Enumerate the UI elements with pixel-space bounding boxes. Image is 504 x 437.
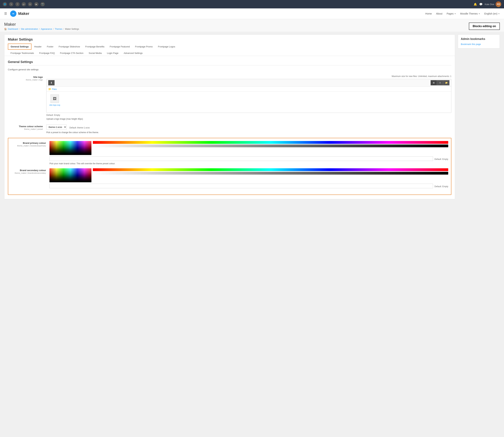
instagram-icon[interactable]: 📷 (40, 2, 45, 6)
notification-icon[interactable]: 🔔 (474, 3, 477, 6)
tab-frontpage-faq[interactable]: Frontpage FAQ (37, 50, 57, 56)
brand-secondary-sliders (93, 168, 448, 175)
tab-frontpage-testimonials[interactable]: Frontpage Testimonials (8, 50, 37, 56)
tabs-row-1: General Settings Header Footer Frontpage… (8, 44, 451, 50)
tab-login-page[interactable]: Login Page (104, 50, 121, 56)
brand-secondary-field-col: Default: Empty (49, 168, 448, 188)
file-upload-button[interactable]: ⬇ (48, 80, 55, 85)
tab-social-media[interactable]: Social Media (86, 50, 104, 56)
nav-link-about[interactable]: About (436, 12, 443, 15)
file-grid: 🖼 site-logo.svg (47, 92, 451, 113)
brand-primary-input-row: Default: Empty (49, 156, 448, 161)
breadcrumb-site-admin[interactable]: Site administration (21, 28, 38, 30)
social-bar-right: 🔔 💬 Kate Doe KD (474, 1, 501, 7)
brand-primary-gradient[interactable] (49, 141, 91, 155)
nav-link-language[interactable]: English (en) ▼ (484, 12, 500, 15)
tab-frontpage-slideshow[interactable]: Frontpage Slideshow (56, 44, 83, 50)
sidebar: Admin bookmarks Bookmark this page (458, 34, 500, 199)
nav-link-pages[interactable]: Pages ▼ (447, 12, 456, 15)
tab-general-settings[interactable]: General Settings (8, 44, 31, 50)
tab-frontpage-logos[interactable]: Frontpage Logos (155, 44, 178, 50)
hamburger-menu[interactable]: ☰ (4, 12, 7, 16)
file-name: site-logo.svg (49, 104, 60, 106)
brand-logo: ∞ (10, 10, 16, 17)
brand-secondary-label-col: Brand secondary colour theme_maker | bra… (11, 168, 49, 188)
brand-primary-hue-slider[interactable] (93, 141, 448, 144)
nav-links: Home About Pages ▼ Moodle Themes ▼ Engli… (425, 12, 500, 15)
breadcrumb-current: Maker Settings (65, 28, 79, 30)
theme-colour-select[interactable]: theme-1.scss theme-2.scss theme-3.scss (46, 124, 67, 130)
blocks-editing-button[interactable]: Blocks editing on (469, 23, 500, 30)
list-view-button[interactable]: ≡ (437, 80, 443, 85)
nav-link-moodle-themes[interactable]: Moodle Themes ▼ (460, 12, 480, 15)
nav-brand: ☰ ∞ Maker (4, 10, 29, 17)
tab-frontpage-featured[interactable]: Frontpage Featured (107, 44, 133, 50)
brand-primary-sublabel: theme_maker | brandcolorprimary (11, 145, 46, 147)
bookmarks-title: Admin bookmarks (461, 38, 497, 40)
tabs-row-2: Frontpage Testimonials Frontpage FAQ Fro… (8, 50, 451, 56)
user-avatar[interactable]: KD (496, 1, 501, 7)
breadcrumb-themes[interactable]: Themes (55, 28, 62, 30)
settings-panel-title: Maker Settings (8, 38, 451, 41)
tab-advanced-settings[interactable]: Advanced Settings (121, 50, 145, 56)
file-upload-hint: Maximum size for new files: Unlimited, m… (46, 75, 451, 78)
youtube-icon[interactable]: ▶ (34, 2, 39, 6)
brand-primary-opacity-slider[interactable] (93, 145, 448, 147)
folder-view-button[interactable]: 📁 (443, 80, 449, 85)
site-logo-help: Upload a logo image (max height 40px) (46, 118, 451, 120)
page-header: Maker 🏠 Dashboard / Site administration … (0, 19, 504, 32)
theme-colour-setting: Theme colour scheme theme_maker | preset… (8, 124, 451, 134)
tab-frontpage-cta[interactable]: Frontpage CTA Section (57, 50, 86, 56)
brand-primary-label-col: Brand primary colour theme_maker | brand… (11, 141, 49, 165)
brand-secondary-hue-slider[interactable] (93, 168, 448, 171)
files-link[interactable]: Files (52, 88, 57, 90)
theme-colour-default: Default: theme-1.scss (69, 127, 90, 129)
folder-icon: 📁 (48, 88, 51, 90)
file-view-buttons: ⊞ ≡ 📁 (431, 80, 449, 85)
bookmark-this-page-link[interactable]: Bookmark this page (461, 43, 481, 46)
breadcrumb-appearance[interactable]: Appearance (41, 28, 52, 30)
brand-secondary-default: Default: Empty (435, 185, 448, 188)
brand-secondary-picker (49, 168, 448, 182)
site-logo-label-col: Site logo theme_maker | logo (8, 75, 46, 120)
grid-view-button[interactable]: ⊞ (431, 80, 437, 85)
file-item-logo[interactable]: 🖼 site-logo.svg (49, 94, 60, 110)
site-logo-setting: Site logo theme_maker | logo Maximum siz… (8, 75, 451, 120)
brand-secondary-gradient[interactable] (49, 168, 91, 182)
file-manager: ⬇ ⊞ ≡ 📁 📁 Files (46, 79, 451, 113)
theme-colour-sublabel: theme_maker | preset (8, 128, 43, 130)
user-info: Kate Doe KD (485, 1, 501, 7)
moodle-themes-dropdown-arrow: ▼ (478, 13, 480, 15)
admin-bookmarks: Admin bookmarks Bookmark this page (458, 34, 500, 49)
nav-link-home[interactable]: Home (425, 12, 432, 15)
section-title: General Settings (8, 60, 451, 64)
brand-primary-label: Brand primary colour (11, 142, 46, 144)
globe-icon[interactable]: 🌐 (3, 2, 7, 6)
social-icons: 🌐 𝕏 f g+ in ▶ 📷 (3, 2, 45, 6)
theme-colour-label: Theme colour scheme (8, 125, 43, 128)
theme-colour-field-col: theme-1.scss theme-2.scss theme-3.scss D… (46, 124, 451, 134)
user-name: Kate Doe (485, 3, 494, 6)
facebook-icon[interactable]: f (15, 2, 19, 6)
tab-frontpage-benefits[interactable]: Frontpage Benefits (83, 44, 107, 50)
brand-secondary-label: Brand secondary colour (11, 169, 46, 172)
brand-secondary-hex-input[interactable] (49, 184, 433, 188)
brand-primary-picker (49, 141, 448, 155)
tab-footer[interactable]: Footer (44, 44, 56, 50)
file-manager-toolbar: ⬇ ⊞ ≡ 📁 (47, 79, 451, 87)
site-logo-label: Site logo (8, 76, 43, 78)
twitter-icon[interactable]: 𝕏 (9, 2, 13, 6)
chat-icon[interactable]: 💬 (479, 3, 483, 6)
brand-logo-symbol: ∞ (12, 12, 14, 15)
home-icon: 🏠 (4, 28, 7, 30)
pages-dropdown-arrow: ▼ (454, 13, 456, 15)
brand-primary-hex-input[interactable] (49, 156, 433, 161)
site-logo-field-col: Maximum size for new files: Unlimited, m… (46, 75, 451, 120)
breadcrumb-dashboard[interactable]: Dashboard (8, 28, 18, 30)
linkedin-icon[interactable]: in (28, 2, 32, 6)
tab-frontpage-promo[interactable]: Frontpage Promo (132, 44, 155, 50)
google-plus-icon[interactable]: g+ (22, 2, 26, 6)
tab-header[interactable]: Header (31, 44, 44, 50)
brand-secondary-opacity-slider[interactable] (93, 172, 448, 175)
site-logo-default: Default: Empty (46, 114, 451, 116)
